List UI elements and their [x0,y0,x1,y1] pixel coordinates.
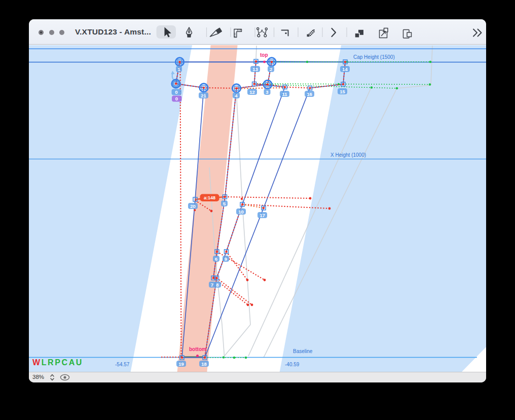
svg-text:12: 12 [249,89,255,95]
svg-text:2: 2 [270,66,272,72]
svg-text:X Height (1000): X Height (1000) [330,152,366,158]
svg-text:bottom: bottom [189,346,206,352]
svg-text:a:148: a:148 [204,195,215,200]
svg-text:7: 7 [211,282,213,288]
svg-text:8: 8 [216,282,218,288]
svg-text:top: top [260,52,268,58]
svg-text:5: 5 [223,201,226,206]
svg-text:-54.57: -54.57 [115,362,130,367]
svg-text:3: 3 [266,89,268,95]
svg-text:4: 4 [235,93,238,98]
svg-text:20: 20 [190,203,196,209]
svg-text:0: 0 [175,89,177,95]
svg-text:10: 10 [238,209,244,215]
svg-text:Cap Height (1500): Cap Height (1500) [353,54,395,60]
svg-text:11: 11 [282,91,287,97]
svg-text:0: 0 [175,96,178,101]
svg-text:19: 19 [178,361,184,367]
svg-text:WLRPCAU: WLRPCAU [32,358,83,367]
svg-text:Baseline: Baseline [293,348,313,354]
svg-text:14: 14 [342,66,348,72]
svg-text:15: 15 [340,89,345,94]
svg-text:1: 1 [177,66,180,72]
svg-text:13: 13 [252,66,258,72]
svg-text:6: 6 [215,256,217,262]
svg-text:18: 18 [201,361,207,367]
svg-text:16: 16 [307,91,312,97]
svg-text:-40.59: -40.59 [285,362,300,367]
svg-text:17: 17 [260,213,265,218]
svg-text:21: 21 [201,93,206,98]
svg-text:9: 9 [225,256,227,262]
